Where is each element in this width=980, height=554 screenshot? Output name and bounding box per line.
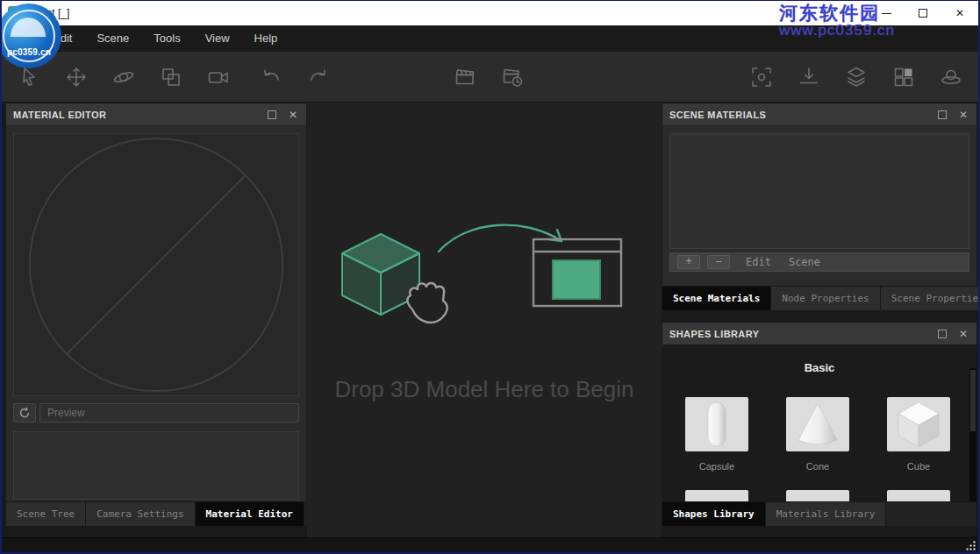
remove-material-button[interactable]: − <box>707 255 730 269</box>
capsule-thumbnail <box>685 397 748 451</box>
layers-icon <box>844 65 869 89</box>
menu-item-tools[interactable]: Tools <box>141 25 192 52</box>
tab-material-editor[interactable]: Material Editor <box>196 502 304 526</box>
turntable-button[interactable] <box>927 57 975 97</box>
refresh-icon <box>18 407 31 419</box>
shape-item-cone[interactable]: Cone <box>786 397 849 472</box>
library-panel-tabs: Shapes Library Materials Library <box>662 501 976 526</box>
split-view-icon <box>891 65 916 89</box>
left-panel-tabs: Scene Tree Camera Settings Material Edit… <box>6 501 306 526</box>
drop-illustration <box>335 215 633 348</box>
viewport-drop-zone[interactable]: Drop 3D Model Here to Begin <box>307 103 662 537</box>
close-panel-icon[interactable]: ✕ <box>289 110 297 120</box>
maximize-button[interactable] <box>905 1 941 25</box>
redo-button[interactable] <box>295 57 342 97</box>
frame-selection-icon <box>749 65 774 89</box>
tab-scene-materials[interactable]: Scene Materials <box>662 287 771 310</box>
hand-icon <box>407 283 447 323</box>
edit-material-button[interactable]: Edit <box>737 256 780 268</box>
preview-field[interactable]: Preview <box>39 403 299 423</box>
drop-message: Drop 3D Model Here to Begin <box>334 376 633 403</box>
menu-item-scene[interactable]: Scene <box>84 25 141 52</box>
material-editor-header: MATERIAL EDITOR ✕ <box>6 103 306 126</box>
panel-title: SCENE MATERIALS <box>669 110 766 120</box>
scene-materials-header: SCENE MATERIALS ✕ <box>662 103 976 126</box>
tab-scene-properties[interactable]: Scene Properties <box>881 287 980 310</box>
clapperboard-clock-icon <box>500 65 525 89</box>
camera-tool-button[interactable] <box>195 57 242 97</box>
scene-materials-toolbar: + − Edit Scene <box>669 252 969 272</box>
tab-scene-tree[interactable]: Scene Tree <box>6 502 86 526</box>
panel-title: MATERIAL EDITOR <box>13 110 106 120</box>
shape-label: Cone <box>806 461 829 472</box>
watermark-site-name: 河东软件园 <box>779 3 895 23</box>
shapes-section-title: Basic <box>662 345 976 374</box>
scrollbar-thumb[interactable] <box>970 370 976 431</box>
watermark-site-url: www.pc0359.cn <box>779 23 895 39</box>
owlet-window: Owlet [_] ✕ pc0359.cn 河东软件园 www.pc0359.c… <box>0 0 980 554</box>
shapes-library-header: SHAPES LIBRARY ✕ <box>662 323 976 345</box>
clapperboard-icon <box>453 65 477 89</box>
viewport-window-icon <box>533 239 621 306</box>
resize-grip[interactable] <box>964 539 976 551</box>
redo-icon <box>306 65 331 89</box>
shapes-library-content: Basic Capsule <box>662 345 976 503</box>
scene-target-button[interactable]: Scene <box>780 256 829 268</box>
maximize-icon <box>919 9 927 18</box>
turntable-icon <box>939 65 963 89</box>
tab-camera-settings[interactable]: Camera Settings <box>86 502 195 526</box>
scene-materials-panel: SCENE MATERIALS ✕ + − Edit Scene Scene M… <box>662 103 977 311</box>
shape-label: Cube <box>907 461 930 472</box>
panel-title: SHAPES LIBRARY <box>669 329 759 339</box>
shapes-scrollbar[interactable] <box>969 368 976 503</box>
float-panel-icon[interactable] <box>268 110 276 119</box>
tab-node-properties[interactable]: Node Properties <box>771 287 880 310</box>
toolbar <box>2 52 978 103</box>
frame-selection-button[interactable] <box>738 57 785 97</box>
orbit-icon <box>111 65 136 89</box>
split-view-button[interactable] <box>880 57 927 97</box>
render-still-button[interactable] <box>441 57 489 97</box>
material-preview <box>13 133 299 396</box>
undo-button[interactable] <box>247 57 295 97</box>
close-button[interactable]: ✕ <box>941 1 978 25</box>
float-panel-icon[interactable] <box>938 330 947 338</box>
undo-icon <box>259 65 283 89</box>
tab-shapes-library[interactable]: Shapes Library <box>662 502 766 526</box>
shapes-library-panel: SHAPES LIBRARY ✕ Basic <box>662 322 977 527</box>
close-panel-icon[interactable]: ✕ <box>959 110 968 120</box>
move-icon <box>64 65 89 89</box>
close-panel-icon[interactable]: ✕ <box>959 329 968 339</box>
move-tool-button[interactable] <box>53 57 100 97</box>
cone-thumbnail <box>786 397 849 451</box>
watermark-text: 河东软件园 www.pc0359.cn <box>779 3 895 39</box>
scene-materials-list[interactable] <box>669 133 969 249</box>
empty-material-preview-icon <box>14 134 298 395</box>
float-panel-icon[interactable] <box>938 110 947 119</box>
layers-button[interactable] <box>833 57 880 97</box>
orbit-tool-button[interactable] <box>100 57 147 97</box>
menu-item-view[interactable]: View <box>193 25 242 52</box>
duplicate-tool-button[interactable] <box>147 57 195 97</box>
render-animation-button[interactable] <box>489 57 536 97</box>
tab-materials-library[interactable]: Materials Library <box>766 502 887 526</box>
main-area: MATERIAL EDITOR ✕ Preview S <box>2 103 978 537</box>
close-icon: ✕ <box>955 7 964 19</box>
shape-item-capsule[interactable]: Capsule <box>685 397 748 472</box>
shape-item-cube[interactable]: Cube <box>887 397 950 472</box>
shape-label: Capsule <box>699 461 734 472</box>
cube-thumbnail <box>887 397 950 451</box>
material-editor-panel: MATERIAL EDITOR ✕ Preview S <box>5 103 307 527</box>
drop-to-floor-icon <box>797 65 821 89</box>
menu-item-help[interactable]: Help <box>242 25 290 52</box>
drop-to-floor-button[interactable] <box>785 57 833 97</box>
statusbar <box>2 537 978 552</box>
refresh-preview-button[interactable] <box>13 403 36 423</box>
add-material-button[interactable]: + <box>677 255 700 269</box>
duplicate-icon <box>159 65 183 89</box>
camera-icon <box>206 65 231 89</box>
material-list[interactable] <box>13 431 299 500</box>
scene-panel-tabs: Scene Materials Node Properties Scene Pr… <box>662 286 976 310</box>
